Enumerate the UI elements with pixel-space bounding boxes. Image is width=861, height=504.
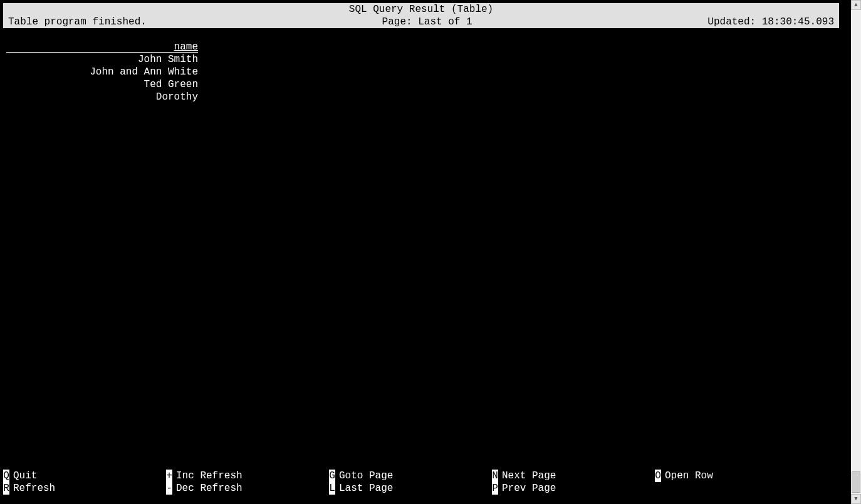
key-desc: Inc Refresh [176,470,243,482]
key-desc: Last Page [339,482,393,495]
key-label: O [655,470,661,482]
chevron-down-icon: ▼ [854,493,857,504]
key-open-row[interactable]: O Open Row [655,470,818,482]
key-label: Q [3,470,9,482]
key-desc: Refresh [13,482,55,495]
key-refresh[interactable]: R Refresh [3,482,166,495]
key-desc: Open Row [665,470,713,482]
scroll-down-button[interactable]: ▼ [851,494,861,504]
table-row[interactable]: Dorothy [10,91,198,103]
key-empty [655,482,818,495]
chevron-up-icon: ▲ [854,0,857,11]
key-quit[interactable]: Q Quit [3,470,166,482]
key-label: N [492,470,498,482]
key-inc-refresh[interactable]: + Inc Refresh [166,470,329,482]
status-left: Table program finished. [8,16,147,28]
key-next-page[interactable]: N Next Page [492,470,655,482]
key-desc: Dec Refresh [176,482,243,495]
key-prev-page[interactable]: P Prev Page [492,482,655,495]
status-updated: Updated: 18:30:45.093 [707,16,834,28]
scroll-up-button[interactable]: ▲ [851,0,861,10]
key-label: P [492,482,498,495]
window-title: SQL Query Result (Table) [3,3,839,16]
scroll-thumb[interactable] [852,471,860,493]
header-bar: SQL Query Result (Table) Table program f… [3,3,848,28]
key-label: - [166,482,172,495]
status-page: Page: Last of 1 [382,16,472,28]
key-label: R [3,482,9,495]
key-last-page[interactable]: L Last Page [329,482,492,495]
key-desc: Quit [13,470,37,482]
key-desc: Next Page [502,470,556,482]
column-header-name: name [10,41,198,53]
table-row[interactable]: John Smith [10,53,198,66]
key-label: + [166,470,172,482]
table-row[interactable]: John and Ann White [10,66,198,78]
key-dec-refresh[interactable]: - Dec Refresh [166,482,329,495]
key-goto-page[interactable]: G Goto Page [329,470,492,482]
table-row[interactable]: Ted Green [10,78,198,91]
result-table: name John Smith John and Ann White Ted G… [10,41,198,103]
key-label: G [329,470,335,482]
key-desc: Prev Page [502,482,556,495]
key-desc: Goto Page [339,470,393,482]
footer-keybindings: Q Quit + Inc Refresh G Goto Page N Next … [3,470,848,495]
vertical-scrollbar[interactable]: ▲ ▼ [851,0,861,504]
key-label: L [329,482,335,495]
